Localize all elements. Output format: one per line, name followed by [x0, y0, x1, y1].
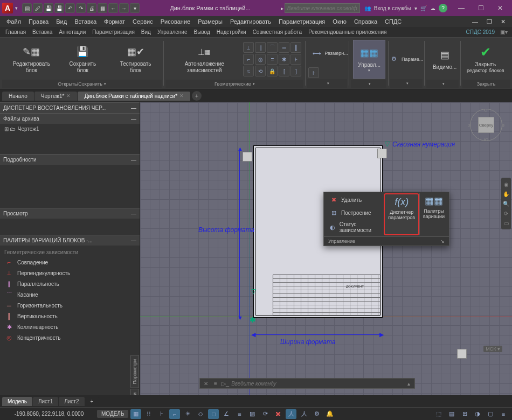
menu-формат[interactable]: Формат [101, 17, 128, 26]
command-input[interactable] [231, 381, 403, 387]
title-block[interactable]: ДОКУМЕНТ [273, 275, 380, 316]
drawing-canvas[interactable]: ДОКУМЕНТ Высота формата Ширина формата С… [140, 102, 512, 395]
constraint-badge[interactable] [457, 349, 467, 359]
qat-button-2[interactable]: 💾 [44, 3, 53, 13]
dd-construct[interactable]: ⊞Построение [325, 206, 384, 219]
space-badge[interactable]: МОДЕЛЬ [97, 410, 128, 418]
dd-param-manager[interactable]: f(x) Диспетчер параметров [384, 193, 419, 235]
maximize-button[interactable]: ☐ [471, 2, 490, 15]
ribbon-tab-2[interactable]: Аннотации [56, 27, 89, 37]
dd-status[interactable]: ◐Статус зависимости [325, 219, 384, 235]
qat-button-4[interactable]: ↶ [65, 3, 75, 13]
ribbon-spds-tab[interactable]: СПДС 2019 [463, 27, 498, 37]
archive-header[interactable]: Файлы архива— [0, 113, 140, 124]
geom-constraint-11[interactable]: ⟲ [255, 66, 266, 76]
panel-launcher-icon[interactable]: ↘ [440, 239, 445, 244]
parameters-button[interactable]: ⚙Параме... [385, 40, 427, 78]
thru-num-label[interactable]: Сквозная нумерация [392, 141, 455, 148]
origin-marker[interactable]: ✱ [250, 316, 256, 324]
constraint-Горизонтальность[interactable]: ═Горизонтальность [2, 300, 137, 311]
infer-toggle[interactable]: ⊦ [156, 409, 167, 419]
tab-close-icon[interactable]: ✕ [66, 93, 71, 99]
nav-wheel-icon[interactable]: ◉ [502, 180, 510, 188]
workspace-switch[interactable]: ⚙ [312, 409, 322, 419]
autoconstrain-button[interactable]: ⟂▦Автоналожение зависимостей [168, 40, 241, 79]
menu-рисование[interactable]: Рисование [157, 17, 193, 26]
manage-button[interactable]: ▦▦Управл...▾ [353, 40, 385, 79]
ribbon-tab-7[interactable]: Надстройки [213, 27, 250, 37]
close-editor-button[interactable]: ✔Закрытьредактор блоков [465, 40, 507, 79]
geom-constraint-3[interactable]: ═ [279, 42, 289, 53]
qat-button-5[interactable]: ↷ [76, 3, 86, 13]
nav-pan-icon[interactable]: ✋ [502, 190, 510, 198]
qat-button-8[interactable]: ← [108, 3, 118, 13]
isolate-toggle[interactable]: ◑ [472, 409, 483, 419]
app-menu-arrow[interactable]: ▾ [15, 5, 18, 11]
layout-tab-add[interactable]: + [85, 397, 99, 406]
units-toggle[interactable]: ⬚ [433, 409, 444, 419]
panel-dim-title[interactable]: ▾ [307, 79, 347, 88]
close-button[interactable]: ✕ [490, 2, 510, 15]
geom-constraint-10[interactable]: ≈ [243, 66, 254, 76]
tab-drawing1[interactable]: Чертеж1*✕ [34, 92, 78, 101]
constraint-Совпадение[interactable]: ⌐Совпадение [2, 257, 137, 268]
doc-restore-icon[interactable]: ❐ [483, 17, 495, 26]
grip-marker[interactable]: ▽ [251, 288, 256, 295]
customize-status[interactable]: ≡ [498, 409, 509, 419]
ribbon-tab-1[interactable]: Вставка [29, 27, 56, 37]
wcs-badge[interactable]: МСК ▾ [483, 346, 502, 352]
lineweight-toggle[interactable]: ≡ [234, 409, 245, 419]
dd-variation-palettes[interactable]: ▦▦ Палитры вариации [419, 193, 448, 235]
hardware-toggle[interactable]: ⊞ [459, 409, 470, 419]
recovery-header[interactable]: ДИСПЕТЧЕР ВОССТАНОВЛЕНИЯ ЧЕР...— [0, 102, 140, 113]
menu-параметризация[interactable]: Параметризация [275, 17, 328, 26]
menu-редактировать[interactable]: Редактировать [227, 17, 274, 26]
qat-button-3[interactable]: 💾 [54, 3, 64, 13]
geom-constraint-12[interactable]: 🔒 [267, 66, 278, 76]
menu-правка[interactable]: Правка [25, 17, 52, 26]
menu-спдс[interactable]: СПДС [382, 17, 405, 26]
exchange-icon[interactable]: ☁ [430, 5, 435, 11]
minimize-button[interactable]: — [452, 2, 471, 15]
ribbon-tab-4[interactable]: Вид [138, 27, 154, 37]
nav-show-icon[interactable]: ▭ [502, 219, 510, 227]
help-icon[interactable]: ? [439, 4, 447, 12]
ribbon-options-icon[interactable]: ▣▾ [498, 29, 510, 35]
constraint-Параллельность[interactable]: ∥Параллельность [2, 278, 137, 289]
geom-constraint-1[interactable]: ∥ [255, 42, 266, 53]
geom-constraint-5[interactable]: ⌐ [243, 54, 254, 65]
visibility-button[interactable]: ▤Видимо... [428, 40, 461, 79]
test-block-button[interactable]: ▦✔Тестировать блок [112, 40, 160, 79]
geom-constraint-6[interactable]: ◎ [255, 54, 266, 65]
edit-block-button[interactable]: ✎▦Редактировать блок [4, 40, 59, 79]
geom-constraint-4[interactable]: ║ [290, 42, 301, 53]
snap-toggle[interactable]: ⁝⁝ [143, 409, 154, 419]
height-dim-label[interactable]: Высота формата [198, 226, 254, 234]
geom-constraint-2[interactable]: ⌒ [267, 42, 278, 53]
save-block-button[interactable]: 💾Сохранить блок [61, 40, 105, 79]
details-header[interactable]: Подробности— [0, 154, 140, 165]
cmdline-expand-icon[interactable]: ▴ [405, 380, 412, 387]
ribbon-tab-9[interactable]: Рекомендованные приложения [305, 27, 390, 37]
qat-button-1[interactable]: 🖊 [33, 3, 43, 13]
palette-header[interactable]: ПАЛИТРЫ ВАРИАЦИЙ БЛОКОВ -...— [0, 235, 140, 246]
side-tab-0[interactable]: Параметри [130, 355, 139, 388]
viewcube-face-top[interactable]: Сверху [478, 117, 494, 133]
tab-start[interactable]: Начало [2, 92, 34, 101]
qat-button-10[interactable]: ▾ [130, 3, 140, 13]
qat-button-0[interactable]: ▤ [22, 3, 32, 13]
polar-toggle[interactable]: ✳ [182, 409, 193, 419]
archive-item-drawing1[interactable]: ⊞ 🗁Чертеж1 [2, 125, 137, 133]
constraint-Вертикальность[interactable]: ║Вертикальность [2, 311, 137, 321]
annotation-toggle[interactable]: 🗙 [273, 409, 283, 419]
qat-button-7[interactable]: ▦ [98, 3, 107, 13]
qprops-toggle[interactable]: ▤ [446, 409, 457, 419]
cmdline-close-icon[interactable]: ✕ [202, 380, 210, 387]
dd-delete[interactable]: ✖Удалить [325, 193, 384, 206]
constraint-badge[interactable] [377, 149, 387, 158]
grid-toggle[interactable]: ▦ [130, 409, 141, 419]
ortho-toggle[interactable]: ⌐ [169, 409, 180, 419]
osnap-toggle[interactable]: □ [208, 409, 219, 419]
cmdline-history-icon[interactable]: ≡ [212, 380, 219, 387]
keyword-search-input[interactable] [285, 3, 360, 13]
